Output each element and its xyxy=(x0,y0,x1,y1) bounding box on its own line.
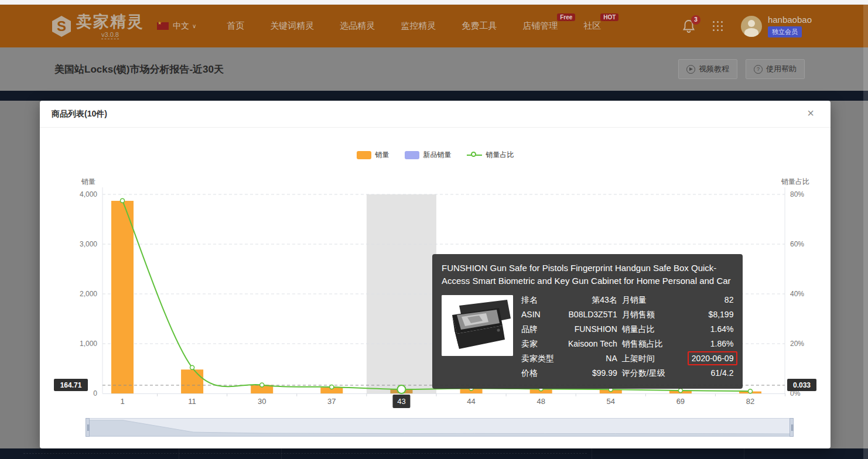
tooltip-label: 销量占比 xyxy=(622,322,683,337)
tooltip-label: 评分数/星级 xyxy=(622,366,683,381)
play-icon xyxy=(686,65,695,74)
svg-text:69: 69 xyxy=(676,397,685,406)
brush-handle-right[interactable] xyxy=(790,418,794,437)
notification-count-badge: 3 xyxy=(691,15,700,25)
legend-item[interactable]: 销量占比 xyxy=(467,150,514,160)
logo-hexagon-icon: S xyxy=(52,15,71,37)
tooltip-value: FUNSHION xyxy=(568,322,617,337)
header-right: 3 hanbaobao 独立会员 xyxy=(682,15,812,37)
nav-badge: HOT xyxy=(600,13,618,21)
username: hanbaobao xyxy=(768,15,812,25)
svg-text:0.033: 0.033 xyxy=(793,381,811,389)
chevron-down-icon: ∨ xyxy=(192,23,196,29)
notification-bell[interactable]: 3 xyxy=(682,19,695,33)
member-badge: 独立会员 xyxy=(768,26,802,37)
svg-text:3,000: 3,000 xyxy=(80,240,97,248)
avatar xyxy=(741,16,762,37)
tooltip-value: B08LD3Z5T1 xyxy=(568,307,617,322)
browser-top-strip xyxy=(0,0,868,5)
data-zoom-brush[interactable] xyxy=(87,418,792,437)
svg-text:43: 43 xyxy=(397,397,405,406)
modal-title: 商品列表(10件) xyxy=(52,109,107,119)
language-selector[interactable]: 中文 ∨ xyxy=(157,21,196,32)
nav-item[interactable]: 社区HOT xyxy=(583,20,601,32)
tooltip-label: 月销量 xyxy=(622,293,683,307)
highlighted-date: 2020-06-09 xyxy=(688,351,738,365)
nav-item[interactable]: 首页 xyxy=(227,20,244,32)
report-title-bar: 美国站Locks(锁)市场分析报告-近30天 视频教程 ? 使用帮助 xyxy=(0,47,868,91)
user-menu[interactable]: hanbaobao 独立会员 xyxy=(741,15,812,37)
svg-text:40%: 40% xyxy=(790,290,804,298)
svg-text:4,000: 4,000 xyxy=(80,190,97,198)
svg-text:37: 37 xyxy=(327,397,336,406)
tooltip-label: 品牌 xyxy=(521,322,563,337)
app-version[interactable]: v3.0.8 xyxy=(101,31,119,39)
product-image xyxy=(442,295,513,356)
svg-text:60%: 60% xyxy=(790,240,804,248)
brush-handle-left[interactable] xyxy=(86,418,90,437)
page-scrollbar[interactable] xyxy=(863,5,868,459)
nav-item[interactable]: 免费工具 xyxy=(462,20,497,32)
tooltip-value: Kaisoon Tech xyxy=(568,337,617,351)
app-logo[interactable]: S 卖家精灵 v3.0.8 xyxy=(52,13,144,39)
svg-text:44: 44 xyxy=(467,397,475,406)
tooltip-value: 2020-06-09 xyxy=(688,351,734,366)
svg-text:20%: 20% xyxy=(790,340,804,348)
page-root: S 卖家精灵 v3.0.8 中文 ∨ 首页关键词精灵选品精灵监控精灵免费工具店铺… xyxy=(0,0,868,459)
nav-item[interactable]: 关键词精灵 xyxy=(270,20,314,32)
chart-legend: 销量新品销量销量占比 xyxy=(40,150,831,160)
svg-text:1: 1 xyxy=(120,397,124,406)
svg-text:2,000: 2,000 xyxy=(80,290,97,298)
tooltip-value: $99.99 xyxy=(568,366,617,381)
svg-text:82: 82 xyxy=(746,397,754,406)
product-list-modal: 商品列表(10件) × 销量新品销量销量占比 销量 销量占比 4,00080%3… xyxy=(40,101,831,448)
nav-item[interactable]: 店铺管理Free xyxy=(522,20,558,32)
svg-text:54: 54 xyxy=(607,397,615,406)
nav-item[interactable]: 监控精灵 xyxy=(401,20,436,32)
product-tooltip: FUNSHION Gun Safe for Pistols Fingerprin… xyxy=(432,254,743,389)
tooltip-value: 第43名 xyxy=(568,293,617,307)
tooltip-label: 价格 xyxy=(521,366,563,381)
nav-item[interactable]: 选品精灵 xyxy=(340,20,375,32)
svg-text:11: 11 xyxy=(188,397,196,406)
logo-text: 卖家精灵 xyxy=(76,13,144,30)
tooltip-value: 82 xyxy=(688,293,734,307)
svg-text:1,000: 1,000 xyxy=(80,340,97,348)
tooltip-value: NA xyxy=(568,351,617,366)
question-icon: ? xyxy=(754,65,763,74)
tooltip-label: 排名 xyxy=(521,293,563,307)
tooltip-label: ASIN xyxy=(521,307,563,322)
table-header-strip xyxy=(0,91,868,101)
tooltip-label: 上架时间 xyxy=(622,351,683,366)
legend-item[interactable]: 销量 xyxy=(357,150,389,160)
tooltip-value: 61/4.2 xyxy=(688,366,734,381)
legend-item[interactable]: 新品销量 xyxy=(405,150,452,160)
tooltip-label: 销售额占比 xyxy=(622,337,683,351)
tooltip-product-title: FUNSHION Gun Safe for Pistols Fingerprin… xyxy=(442,262,733,287)
tooltip-value: $8,199 xyxy=(688,307,734,322)
svg-text:48: 48 xyxy=(536,397,545,406)
brush-minimap xyxy=(88,419,791,436)
main-nav: 首页关键词精灵选品精灵监控精灵免费工具店铺管理Free社区HOT xyxy=(227,20,601,32)
tooltip-label: 月销售额 xyxy=(622,307,683,322)
cn-flag-icon xyxy=(157,22,169,30)
app-header: S 卖家精灵 v3.0.8 中文 ∨ 首页关键词精灵选品精灵监控精灵免费工具店铺… xyxy=(0,5,868,47)
svg-text:0: 0 xyxy=(93,389,97,398)
close-icon[interactable]: × xyxy=(807,107,814,119)
video-tutorial-button[interactable]: 视频教程 xyxy=(678,59,737,79)
tooltip-value: 1.64% xyxy=(688,322,734,337)
svg-text:30: 30 xyxy=(258,397,266,406)
nav-badge: Free xyxy=(557,13,575,21)
table-bottom-strip xyxy=(0,448,868,459)
svg-text:164.71: 164.71 xyxy=(60,381,82,389)
language-label: 中文 xyxy=(173,21,189,32)
tooltip-data-grid: 排名第43名月销量82ASINB08LD3Z5T1月销售额$8,199品牌FUN… xyxy=(521,293,733,381)
tooltip-label: 卖家 xyxy=(521,337,563,351)
svg-text:S: S xyxy=(57,18,66,34)
tooltip-label: 卖家类型 xyxy=(521,351,563,366)
svg-text:80%: 80% xyxy=(790,190,804,198)
tooltip-value: 1.86% xyxy=(688,337,734,351)
modal-header: 商品列表(10件) xyxy=(40,101,831,128)
apps-grid-icon[interactable] xyxy=(713,21,723,32)
help-button[interactable]: ? 使用帮助 xyxy=(746,59,805,79)
